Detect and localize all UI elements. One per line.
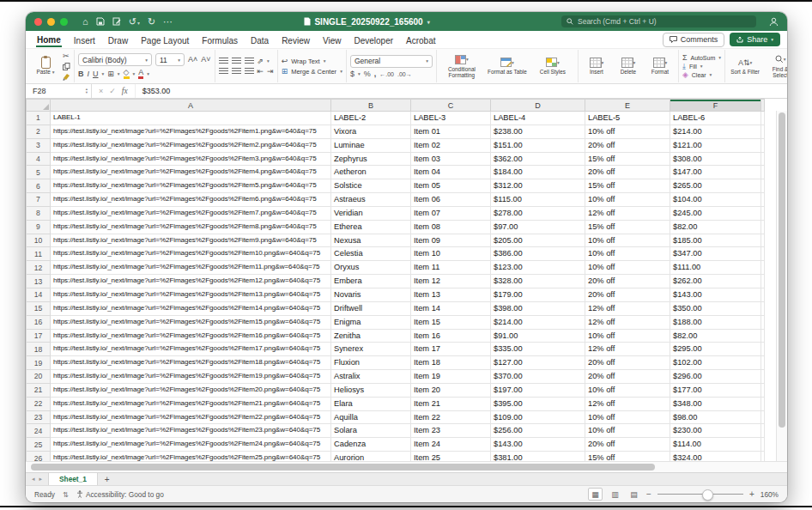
align-right-icon[interactable]: [245, 68, 254, 75]
cell[interactable]: Solstice: [331, 179, 411, 193]
cell[interactable]: 20% off: [585, 138, 670, 152]
cut-button[interactable]: ✂: [63, 52, 70, 60]
row-header[interactable]: 6: [27, 179, 51, 193]
cell[interactable]: $238.00: [491, 124, 585, 138]
cell[interactable]: LABEL-1: [51, 112, 331, 125]
cell[interactable]: 10% off: [585, 193, 670, 207]
row-header[interactable]: 1: [27, 112, 51, 125]
cell[interactable]: 10% off: [585, 383, 670, 397]
cell[interactable]: $184.00: [491, 166, 585, 179]
cell[interactable]: 10% off: [585, 410, 670, 424]
cell[interactable]: LABEL-5: [585, 112, 670, 125]
fill-button[interactable]: ⤓ Fill▾: [682, 63, 721, 70]
orientation-icon[interactable]: ⇗: [258, 58, 264, 65]
align-left-icon[interactable]: [219, 68, 228, 75]
cell[interactable]: $147.00: [670, 166, 761, 179]
delete-cells-button[interactable]: ▾ Delete: [614, 57, 643, 75]
cell[interactable]: Item 13: [411, 288, 491, 301]
more-commands-icon[interactable]: ⋯: [163, 17, 173, 27]
vertical-scrollbar-thumb[interactable]: [779, 112, 785, 428]
borders-icon[interactable]: ⊞: [107, 70, 114, 78]
zoom-slider-thumb[interactable]: [702, 489, 713, 501]
cell[interactable]: $214.00: [670, 124, 761, 138]
cell[interactable]: Nexusa: [331, 234, 411, 247]
percent-style-icon[interactable]: %: [364, 70, 371, 78]
cell[interactable]: LABEL-3: [411, 112, 491, 125]
underline-button[interactable]: U: [93, 70, 99, 78]
tab-developer[interactable]: Developer: [353, 33, 394, 46]
cell[interactable]: Cadenza: [331, 438, 411, 452]
cell-styles-button[interactable]: ▾ Cell Styles: [531, 57, 574, 75]
horizontal-scrollbar[interactable]: [26, 461, 787, 472]
cell[interactable]: Zenitha: [331, 329, 411, 343]
home-icon[interactable]: ⌂: [82, 17, 88, 27]
search-input[interactable]: Search (Cmd + Ctrl + U): [561, 15, 756, 27]
row-header[interactable]: 2: [27, 124, 51, 138]
select-all-corner[interactable]: [27, 100, 51, 112]
cell[interactable]: $335.00: [491, 343, 585, 356]
page-layout-view-button[interactable]: ▥: [609, 489, 621, 500]
row-header[interactable]: 14: [27, 288, 51, 301]
cell[interactable]: 20% off: [585, 370, 670, 384]
cell[interactable]: $104.00: [670, 193, 761, 207]
cell[interactable]: Fluxion: [331, 356, 411, 370]
cell[interactable]: https://test.listly.io/_next/image?url=%…: [51, 220, 331, 234]
macro-record-icon[interactable]: ⇅: [63, 490, 69, 499]
normal-view-button[interactable]: ▦: [588, 488, 603, 501]
cell[interactable]: Vixora: [331, 124, 411, 138]
cell[interactable]: Item 06: [411, 193, 491, 207]
cell[interactable]: Item 20: [411, 383, 491, 397]
row-header[interactable]: 3: [27, 138, 51, 152]
row-header[interactable]: 24: [27, 424, 51, 438]
cell[interactable]: $214.00: [491, 315, 585, 329]
cell[interactable]: Item 18: [411, 356, 491, 370]
cell[interactable]: Heliosys: [331, 383, 411, 397]
cell[interactable]: https://test.listly.io/_next/image?url=%…: [51, 261, 331, 275]
cell[interactable]: $398.00: [491, 301, 585, 315]
column-header-e[interactable]: E: [585, 100, 670, 112]
cell[interactable]: $362.00: [491, 152, 585, 166]
cell[interactable]: 15% off: [585, 220, 670, 234]
cell[interactable]: $97.00: [491, 220, 585, 234]
row-header[interactable]: 21: [27, 383, 51, 397]
cell[interactable]: Novaris: [331, 288, 411, 301]
row-header[interactable]: 4: [27, 152, 51, 166]
cell[interactable]: $121.00: [670, 138, 761, 152]
cell[interactable]: Celestia: [331, 247, 411, 261]
cell[interactable]: Aetheron: [331, 166, 411, 179]
row-header[interactable]: 15: [27, 301, 51, 315]
font-color-icon[interactable]: A: [138, 69, 143, 79]
edit-document-icon[interactable]: [112, 17, 121, 26]
cell[interactable]: https://test.listly.io/_next/image?url=%…: [51, 124, 331, 138]
window-title-area[interactable]: SINGLE_20250922_165600 ▾: [179, 17, 555, 27]
cell[interactable]: $386.00: [491, 247, 585, 261]
redo-icon[interactable]: ↻: [148, 17, 155, 27]
row-header[interactable]: 9: [27, 220, 51, 234]
row-header[interactable]: 12: [27, 261, 51, 275]
insert-function-icon[interactable]: fx: [122, 87, 128, 95]
cell[interactable]: Item 16: [411, 329, 491, 343]
column-header-b[interactable]: B: [331, 100, 411, 112]
tab-draw[interactable]: Draw: [107, 33, 129, 46]
wrap-text-button[interactable]: ↩ Wrap Text▾: [282, 58, 342, 65]
name-box-stepper[interactable]: ▴▾: [86, 88, 88, 94]
cell[interactable]: $127.00: [491, 356, 585, 370]
cell[interactable]: Oryxus: [331, 261, 411, 275]
cell[interactable]: Synerex: [331, 343, 411, 356]
column-header-d[interactable]: D: [491, 100, 585, 112]
cell[interactable]: Astralix: [331, 370, 411, 384]
cell[interactable]: https://test.listly.io/_next/image?url=%…: [51, 424, 331, 438]
cell[interactable]: $370.00: [491, 370, 585, 384]
cell[interactable]: Item 11: [411, 261, 491, 275]
font-size-select[interactable]: 11▾: [155, 53, 185, 66]
cell[interactable]: Item 09: [411, 234, 491, 247]
cell[interactable]: $102.00: [670, 356, 761, 370]
tab-home[interactable]: Home: [36, 33, 62, 47]
close-button[interactable]: [34, 18, 42, 26]
autosum-button[interactable]: Σ AutoSum▾: [682, 54, 721, 62]
format-cells-button[interactable]: ▾ Format: [645, 57, 675, 75]
column-header-c[interactable]: C: [411, 100, 491, 112]
cell[interactable]: Zephyrus: [331, 152, 411, 166]
cell[interactable]: $205.00: [491, 234, 585, 247]
tab-data[interactable]: Data: [250, 33, 270, 46]
